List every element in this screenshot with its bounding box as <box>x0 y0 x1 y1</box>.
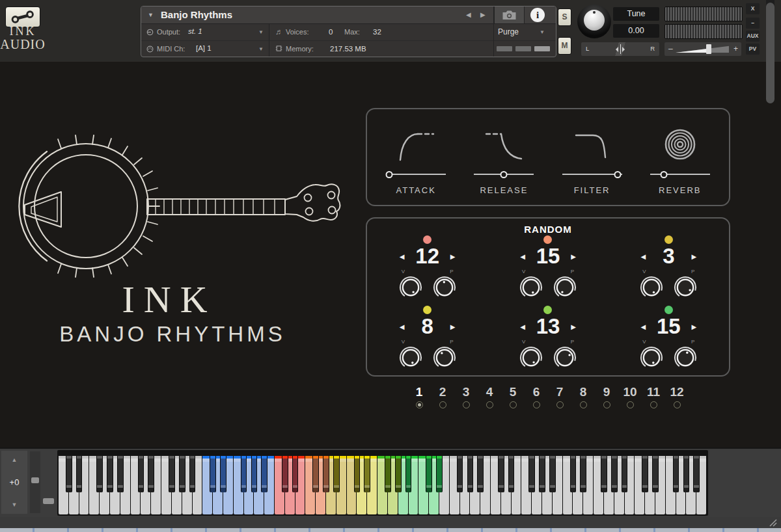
pattern-item[interactable]: 1 <box>410 385 428 414</box>
black-key[interactable] <box>528 456 535 492</box>
pattern-item[interactable]: 10 <box>621 385 639 414</box>
black-key[interactable] <box>364 456 370 492</box>
black-key[interactable] <box>241 456 247 492</box>
black-key[interactable] <box>436 456 443 492</box>
close-button[interactable]: X <box>746 3 760 14</box>
black-key[interactable] <box>570 456 577 492</box>
black-key[interactable] <box>467 456 474 492</box>
pattern-radio[interactable] <box>463 401 470 408</box>
black-key[interactable] <box>508 456 515 492</box>
black-key[interactable] <box>549 456 556 492</box>
black-key[interactable] <box>169 456 175 492</box>
black-key[interactable] <box>354 456 361 492</box>
slot-next-icon[interactable]: ▶ <box>448 323 458 330</box>
black-key[interactable] <box>498 456 504 492</box>
black-key[interactable] <box>210 456 216 492</box>
slot-next-icon[interactable]: ▶ <box>568 323 579 330</box>
filter-slider[interactable] <box>562 170 622 178</box>
black-key[interactable] <box>251 456 258 492</box>
slot-pan-knob[interactable] <box>673 345 698 371</box>
black-key[interactable] <box>673 456 679 492</box>
black-key[interactable] <box>323 456 329 492</box>
resize-grip-icon[interactable] <box>768 518 778 527</box>
pattern-radio[interactable] <box>416 401 423 408</box>
black-key[interactable] <box>96 456 103 492</box>
slot-pan-knob[interactable] <box>553 274 577 300</box>
pattern-radio[interactable] <box>486 401 493 408</box>
pv-button[interactable]: PV <box>746 44 760 55</box>
release-slider-handle[interactable] <box>500 171 508 178</box>
volume-slider[interactable]: – + <box>665 42 741 56</box>
keyboard-scroll-handle[interactable] <box>43 498 54 504</box>
pattern-item[interactable]: 2 <box>433 385 452 414</box>
black-key[interactable] <box>385 456 391 492</box>
slot-prev-icon[interactable]: ◀ <box>638 323 648 330</box>
black-key[interactable] <box>405 456 412 492</box>
black-key[interactable] <box>395 456 402 492</box>
keyboard-zoom-handle[interactable] <box>31 477 39 483</box>
prev-instrument-icon[interactable]: ◀ <box>466 11 471 18</box>
black-key[interactable] <box>601 456 607 492</box>
black-key[interactable] <box>261 456 267 492</box>
volume-plus-label[interactable]: + <box>733 44 738 53</box>
collapse-icon[interactable]: ▼ <box>148 12 154 18</box>
transpose-control[interactable]: ▲ +0 ▼ <box>1 451 27 514</box>
aux-button[interactable]: AUX <box>746 31 760 42</box>
snapshot-camera-button[interactable] <box>494 7 525 23</box>
pattern-item[interactable]: 11 <box>644 385 663 414</box>
slot-volume-knob[interactable] <box>639 345 664 371</box>
slot-prev-icon[interactable]: ◀ <box>517 253 528 260</box>
slot-volume-knob[interactable] <box>519 274 543 300</box>
black-key[interactable] <box>457 456 463 492</box>
slot-pan-knob[interactable] <box>432 345 457 371</box>
slot-prev-icon[interactable]: ◀ <box>517 323 528 330</box>
pan-slider[interactable]: L R <box>581 42 659 56</box>
pattern-radio[interactable] <box>627 401 634 408</box>
slot-next-icon[interactable]: ▶ <box>448 253 458 260</box>
slot-volume-knob[interactable] <box>639 274 664 300</box>
mute-button[interactable]: M <box>558 37 571 55</box>
black-key[interactable] <box>282 456 288 492</box>
pattern-item[interactable]: 4 <box>480 385 499 414</box>
black-key[interactable] <box>312 456 319 492</box>
slot-pan-knob[interactable] <box>673 274 698 300</box>
output-dropdown-icon[interactable]: ▼ <box>258 29 264 35</box>
slot-volume-knob[interactable] <box>398 345 423 371</box>
black-key[interactable] <box>539 456 545 492</box>
black-key[interactable] <box>292 456 299 492</box>
slot-next-icon[interactable]: ▶ <box>689 253 699 260</box>
slot-volume-knob[interactable] <box>398 274 423 300</box>
filter-slider-handle[interactable] <box>614 171 622 178</box>
transpose-up-icon[interactable]: ▲ <box>12 457 18 463</box>
pattern-radio[interactable] <box>674 401 681 408</box>
slot-prev-icon[interactable]: ◀ <box>397 323 407 330</box>
pattern-item[interactable]: 9 <box>597 385 616 414</box>
pattern-radio[interactable] <box>580 401 587 408</box>
black-key[interactable] <box>117 456 124 492</box>
black-key[interactable] <box>76 456 83 492</box>
pattern-item[interactable]: 6 <box>527 385 545 414</box>
transpose-down-icon[interactable]: ▼ <box>12 501 18 508</box>
purge-label[interactable]: Purge <box>498 27 519 36</box>
reverb-slider[interactable] <box>650 170 710 178</box>
midi-value[interactable]: [A] 1 <box>196 44 212 52</box>
slot-next-icon[interactable]: ▶ <box>689 323 699 330</box>
slot-prev-icon[interactable]: ◀ <box>638 253 648 260</box>
tune-value[interactable]: 0.00 <box>613 24 659 38</box>
pattern-radio[interactable] <box>650 401 657 408</box>
black-key[interactable] <box>652 456 659 492</box>
pattern-item[interactable]: 12 <box>668 385 686 414</box>
black-key[interactable] <box>683 456 690 492</box>
pattern-item[interactable]: 8 <box>574 385 592 414</box>
attack-slider-handle[interactable] <box>385 171 392 178</box>
slot-prev-icon[interactable]: ◀ <box>397 253 407 260</box>
pattern-radio[interactable] <box>439 401 446 408</box>
rack-scrollbar-thumb[interactable] <box>766 3 774 103</box>
black-key[interactable] <box>333 456 340 492</box>
output-value[interactable]: st. 1 <box>188 27 202 35</box>
tune-knob[interactable] <box>577 5 611 38</box>
midi-dropdown-icon[interactable]: ▼ <box>258 46 264 52</box>
slot-volume-knob[interactable] <box>519 345 543 371</box>
black-key[interactable] <box>107 456 113 492</box>
reverb-slider-handle[interactable] <box>660 171 667 178</box>
